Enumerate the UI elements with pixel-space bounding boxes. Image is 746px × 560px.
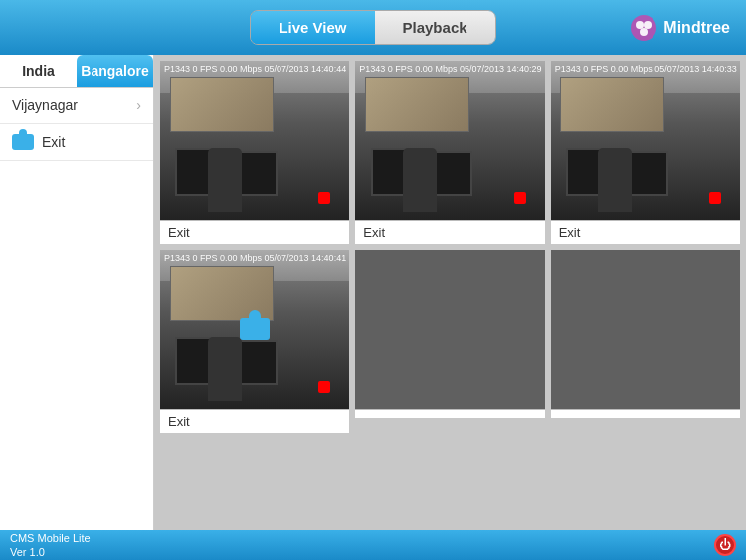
camera-row-bottom: P1343 0 FPS 0.00 Mbps 05/07/2013 14:40:4… xyxy=(160,250,740,433)
cam3-shelf xyxy=(560,77,664,132)
camera-cell-2: P1343 0 FPS 0.00 Mbps 05/07/2013 14:40:2… xyxy=(355,61,544,244)
cam3-label: Exit xyxy=(551,220,740,244)
cam5-label xyxy=(355,409,544,418)
camera-cell-4: P1343 0 FPS 0.00 Mbps 05/07/2013 14:40:4… xyxy=(160,250,349,433)
sidebar-item-exit[interactable]: Exit xyxy=(0,124,153,161)
cam1-person xyxy=(208,148,242,212)
sidebar-tab-india[interactable]: India xyxy=(0,55,77,87)
power-button[interactable] xyxy=(714,534,736,556)
camera-feed-4[interactable]: P1343 0 FPS 0.00 Mbps 05/07/2013 14:40:4… xyxy=(160,250,349,409)
sidebar-item-exit-label: Exit xyxy=(42,134,65,150)
cam-selection-overlay xyxy=(240,318,270,340)
main-layout: India Bangalore Vijaynagar › Exit P1343 … xyxy=(0,55,746,530)
camera-feed-6[interactable] xyxy=(551,250,740,409)
sidebar-item-vijaynagar[interactable]: Vijaynagar › xyxy=(0,88,153,124)
camera-feed-1[interactable]: P1343 0 FPS 0.00 Mbps 05/07/2013 14:40:4… xyxy=(160,61,349,220)
sidebar-tab-bangalore[interactable]: Bangalore xyxy=(77,55,153,87)
cam1-monitor2 xyxy=(236,151,278,196)
header: Live View Playback Mindtree xyxy=(0,0,746,55)
cam2-scene xyxy=(355,61,544,220)
sidebar-item-exit-left: Exit xyxy=(12,134,65,150)
logo-text: Mindtree xyxy=(663,19,730,37)
cam4-label: Exit xyxy=(160,409,349,433)
sidebar-item-vijaynagar-left: Vijaynagar xyxy=(12,97,78,113)
chevron-right-icon: › xyxy=(136,97,141,113)
cam2-red-tag xyxy=(514,192,526,204)
cam3-person xyxy=(598,148,632,212)
footer-app-name: CMS Mobile Lite xyxy=(10,531,91,545)
cam4-red-tag xyxy=(318,381,330,393)
sidebar-tabs: India Bangalore xyxy=(0,55,153,88)
cam6-label xyxy=(551,409,740,418)
tab-group: Live View Playback xyxy=(250,10,495,45)
tab-playback[interactable]: Playback xyxy=(375,11,495,44)
cam2-label: Exit xyxy=(355,220,544,244)
cam2-person xyxy=(403,148,437,212)
camera-feed-5[interactable] xyxy=(355,250,544,409)
cam3-overlay: P1343 0 FPS 0.00 Mbps 05/07/2013 14:40:3… xyxy=(555,64,737,74)
logo-area: Mindtree xyxy=(630,14,730,42)
camera-row-top: P1343 0 FPS 0.00 Mbps 05/07/2013 14:40:4… xyxy=(160,61,740,244)
cam1-label: Exit xyxy=(160,220,349,244)
camera-cell-3: P1343 0 FPS 0.00 Mbps 05/07/2013 14:40:3… xyxy=(551,61,740,244)
cam4-monitor2 xyxy=(236,340,278,385)
camera-selected-icon xyxy=(240,318,270,340)
cam1-scene xyxy=(160,61,349,220)
cam4-person xyxy=(208,337,242,401)
cam2-overlay: P1343 0 FPS 0.00 Mbps 05/07/2013 14:40:2… xyxy=(359,64,541,74)
sidebar-item-vijaynagar-label: Vijaynagar xyxy=(12,97,78,113)
cam1-overlay: P1343 0 FPS 0.00 Mbps 05/07/2013 14:40:4… xyxy=(164,64,346,74)
camera-feed-3[interactable]: P1343 0 FPS 0.00 Mbps 05/07/2013 14:40:3… xyxy=(551,61,740,220)
mindtree-logo-icon xyxy=(630,14,657,42)
cam2-monitor2 xyxy=(431,151,472,196)
svg-point-1 xyxy=(636,21,644,29)
footer: CMS Mobile Lite Ver 1.0 xyxy=(0,530,746,560)
cam3-red-tag xyxy=(709,192,721,204)
cam1-red-tag xyxy=(318,192,330,204)
svg-point-3 xyxy=(640,28,648,36)
footer-version: Ver 1.0 xyxy=(10,545,91,559)
cam3-scene xyxy=(551,61,740,220)
camera-feed-2[interactable]: P1343 0 FPS 0.00 Mbps 05/07/2013 14:40:2… xyxy=(355,61,544,220)
cam4-overlay: P1343 0 FPS 0.00 Mbps 05/07/2013 14:40:4… xyxy=(164,253,346,263)
tab-live-view[interactable]: Live View xyxy=(251,11,374,44)
footer-app-info: CMS Mobile Lite Ver 1.0 xyxy=(10,531,91,560)
cam2-shelf xyxy=(365,77,469,132)
cam3-monitor2 xyxy=(627,151,668,196)
cam1-shelf xyxy=(170,77,275,132)
camera-cell-5 xyxy=(355,250,544,433)
svg-point-2 xyxy=(644,21,652,29)
camera-icon xyxy=(12,134,34,150)
sidebar: India Bangalore Vijaynagar › Exit xyxy=(0,55,154,530)
camera-cell-6 xyxy=(551,250,740,433)
camera-grid: P1343 0 FPS 0.00 Mbps 05/07/2013 14:40:4… xyxy=(154,55,746,530)
camera-cell-1: P1343 0 FPS 0.00 Mbps 05/07/2013 14:40:4… xyxy=(160,61,349,244)
